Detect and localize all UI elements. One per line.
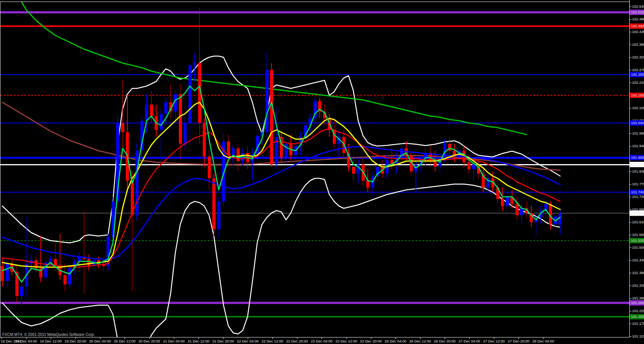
candle-body [472,165,475,169]
price-line-tag-label: 102.460 [631,24,644,28]
price-axis-label: 101.830 [632,169,644,173]
candle-body [87,259,90,266]
candle-body [467,162,470,169]
time-axis-label: 23 Dec 12:00 [335,339,357,343]
time-axis-label: 21 Dec 12:00 [188,339,210,343]
price-axis-label: 101.555 [632,233,644,237]
time-axis-label: 26 Dec 20:00 [434,339,456,343]
price-axis-label: 102.105 [632,106,644,110]
price-axis-label: 101.225 [632,309,644,313]
price-axis-label: 101.390 [632,271,644,275]
candle-body [265,70,269,132]
candle-body [270,70,273,165]
price-axis-label: 101.500 [632,245,644,249]
price-line-tag-label: 101.890 [631,155,644,160]
candle-body [150,105,153,116]
candle-body [352,167,355,174]
price-axis-label: 101.115 [632,334,644,338]
candle-body [227,141,230,155]
candle-body [217,201,220,229]
candle-body [1,266,4,281]
time-axis-label: 20 Dec 04:00 [89,339,111,343]
time-axis-label: 21 Dec 04:00 [163,339,185,343]
time-axis-label: 19 Dec 20:00 [65,339,87,343]
candle-body [232,148,235,155]
chart-background [0,0,644,344]
candle-body [20,287,23,296]
candle-body [212,178,215,229]
time-axis-label: 19 Dec 12:00 [40,339,62,343]
time-axis-label: 20 Dec 12:00 [114,339,136,343]
candle-body [208,156,211,178]
candle-body [501,199,504,206]
price-line-tag-label: 101.860 [631,162,644,166]
candle-body [189,65,192,123]
price-line-tag-label: 101.530 [631,238,644,243]
time-axis-label: 23 Dec 04:00 [311,339,333,343]
candle-body [193,63,196,65]
price-axis-label: 102.270 [632,68,644,72]
candle-body [184,123,187,144]
price-chart-surface[interactable]: 16 Dec 201119 Dec 04:0019 Dec 12:0019 De… [0,0,644,344]
price-axis-label: 101.445 [632,258,644,262]
time-axis-label: 27 Dec 12:00 [483,339,505,343]
time-axis-label: 23 Dec 20:00 [360,339,382,343]
price-axis-label: 102.490 [632,17,644,21]
price-line-tag-label: 102.040 [631,121,644,125]
price-line-tag-label: 101.740 [631,190,644,194]
price-line-tag-label: 102.250 [631,72,644,76]
time-axis-label: 22 Dec 12:00 [262,339,284,343]
copyright-text: FXCM MT4, © 2001-2011 MetaQuotes Softwar… [2,332,95,337]
price-axis-label: 101.775 [632,182,644,186]
price-axis-label: 101.720 [632,194,644,199]
time-axis-label: 28 Dec 04:00 [532,339,554,343]
candle-body [68,268,71,284]
price-axis-label: 101.610 [632,220,644,224]
candle-body [203,123,206,156]
candle-body [63,275,67,284]
time-axis-label: 22 Dec 20:00 [286,339,308,343]
time-axis-label: 20 Dec 20:00 [138,339,160,343]
candle-body [135,151,138,215]
candle-body [121,123,124,132]
price-axis-label: 101.940 [632,144,644,148]
candle-body [506,197,509,206]
candle-body [559,213,562,224]
price-axis-label: 102.325 [632,55,644,59]
price-line-tag-label: 102.520 [631,10,644,14]
price-axis-label: 102.435 [632,30,644,34]
time-axis-label: 21 Dec 20:00 [212,339,234,343]
time-axis-label: 19 Dec 04:00 [15,339,37,343]
price-line-tag-label: 102.160 [631,93,644,97]
price-line-tag-label: 101.649 [631,211,644,215]
time-axis-label: 27 Dec 04:00 [459,339,480,343]
candle-body [179,94,182,144]
price-axis-label: 102.215 [632,80,644,85]
candle-body [160,114,163,130]
candle-body [520,208,523,215]
price-axis-label: 101.170 [632,321,644,326]
price-axis-label: 101.995 [632,131,644,135]
candle-body [145,105,148,121]
mt4-chart-window: 16 Dec 201119 Dec 04:0019 Dec 12:0019 De… [0,0,644,344]
candle-body [516,204,519,215]
time-axis-label: 27 Dec 20:00 [508,339,530,343]
candle-body [164,102,167,114]
time-axis-label: 26 Dec 12:00 [409,339,431,343]
price-line-tag-label: 101.200 [631,314,644,319]
candle-body [6,264,9,281]
price-axis-label: 101.335 [632,283,644,287]
time-axis-label: 22 Dec 04:00 [237,339,259,343]
price-axis-label: 101.280 [632,296,644,300]
time-axis-label: 26 Dec 04:00 [385,339,407,343]
candle-body [366,181,369,188]
price-axis-label: 102.545 [632,4,644,8]
price-line-tag-label: 101.260 [631,301,644,305]
price-axis-label: 102.380 [632,42,644,47]
candle-body [453,151,456,158]
